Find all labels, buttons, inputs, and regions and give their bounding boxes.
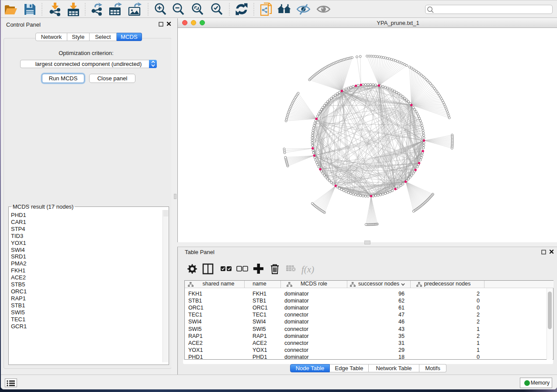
svg-text:f(x): f(x) [301, 264, 314, 275]
